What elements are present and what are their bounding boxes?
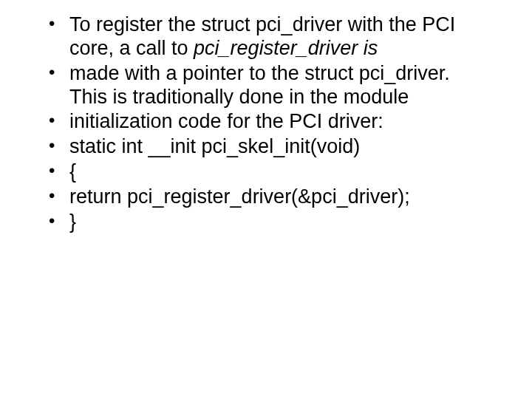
bullet-text: static int __init pci_skel_init(void) xyxy=(69,135,360,157)
slide: To register the struct pci_driver with t… xyxy=(0,0,532,399)
list-item: initialization code for the PCI driver: xyxy=(65,110,488,134)
bullet-text-italic: pci_register_driver is xyxy=(194,37,378,59)
list-item: return pci_register_driver(&pci_driver); xyxy=(65,185,488,209)
list-item: { xyxy=(65,160,488,184)
list-item: } xyxy=(65,211,488,234)
list-item: To register the struct pci_driver with t… xyxy=(65,13,488,61)
bullet-text: initialization code for the PCI driver: xyxy=(69,110,383,132)
bullet-text: made with a pointer to the struct pci_dr… xyxy=(69,62,450,108)
bullet-text: { xyxy=(69,160,76,183)
bullet-list: To register the struct pci_driver with t… xyxy=(44,13,488,234)
list-item: made with a pointer to the struct pci_dr… xyxy=(65,62,488,109)
bullet-text: return pci_register_driver(&pci_driver); xyxy=(69,185,410,208)
bullet-text: } xyxy=(69,211,76,233)
list-item: static int __init pci_skel_init(void) xyxy=(65,135,488,159)
